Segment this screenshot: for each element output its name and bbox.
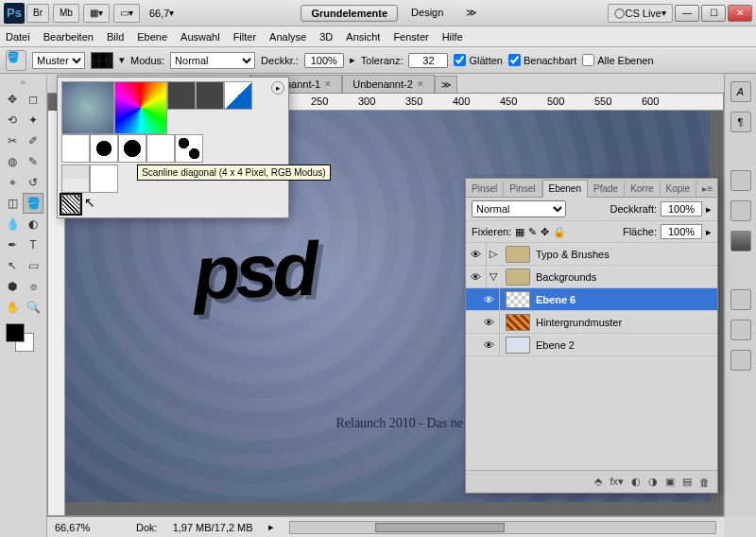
bucket-tool[interactable]: 🪣 <box>23 193 43 214</box>
marquee-tool[interactable]: ◻ <box>23 89 43 110</box>
lock-transparency-icon[interactable]: ▦ <box>515 226 524 238</box>
pattern-swatch-item[interactable] <box>167 81 196 110</box>
window-close[interactable]: ✕ <box>728 5 752 22</box>
horizontal-scrollbar[interactable] <box>289 521 716 534</box>
panel-menu-icon[interactable]: ▸≡ <box>696 181 718 197</box>
layer-mask-icon[interactable]: ◐ <box>631 476 641 488</box>
workspace-more[interactable]: ≫ <box>456 5 487 22</box>
flyout-menu-icon[interactable]: ▸ <box>271 81 284 95</box>
link-layers-icon[interactable]: ⬘ <box>594 476 602 488</box>
close-icon[interactable]: ✕ <box>324 79 332 89</box>
dock-actions-icon[interactable] <box>730 350 751 371</box>
move-tool[interactable]: ✥ <box>2 89 23 110</box>
tolerance-field[interactable] <box>408 53 448 68</box>
heal-tool[interactable]: ◍ <box>2 151 23 172</box>
layer-name[interactable]: Ebene 2 <box>536 339 575 351</box>
pattern-swatch-item[interactable] <box>61 134 90 163</box>
menu-ansicht[interactable]: Ansicht <box>346 31 380 43</box>
lock-pixels-icon[interactable]: ✎ <box>528 226 537 238</box>
pattern-swatch-item[interactable] <box>61 165 90 193</box>
menu-filter[interactable]: Filter <box>233 31 256 43</box>
dock-paragraph-icon[interactable]: ¶ <box>730 112 751 132</box>
adjustment-layer-icon[interactable]: ◑ <box>648 476 658 488</box>
brush-tool[interactable]: ✎ <box>23 151 43 172</box>
pattern-swatch-item[interactable] <box>61 81 114 134</box>
visibility-icon[interactable]: 👁 <box>479 311 500 333</box>
menu-3d[interactable]: 3D <box>319 31 333 43</box>
wand-tool[interactable]: ✦ <box>23 110 43 130</box>
dock-navigator-icon[interactable] <box>730 289 751 310</box>
pattern-swatch-item[interactable] <box>224 81 252 110</box>
pen-tool[interactable]: ✒ <box>2 234 23 255</box>
visibility-icon[interactable]: 👁 <box>479 334 500 355</box>
menu-ebene[interactable]: Ebene <box>137 31 167 43</box>
menu-datei[interactable]: Datei <box>6 31 30 43</box>
zoom-level[interactable]: 66,7 ▾ <box>144 4 180 23</box>
toolbox-collapse[interactable]: « <box>2 78 44 87</box>
layer-name[interactable]: Ebene 6 <box>536 294 576 305</box>
disclosure-icon[interactable]: ▽ <box>487 270 500 283</box>
layer-group[interactable]: 👁 ▽ Backgrounds <box>466 266 717 288</box>
fill-source-select[interactable]: Muster <box>32 52 85 69</box>
pattern-swatch-item[interactable] <box>90 134 118 163</box>
layer-fill-field[interactable] <box>661 224 702 239</box>
layer-thumb[interactable] <box>506 314 530 331</box>
bridge-button[interactable]: Br <box>26 4 49 23</box>
lock-all-icon[interactable]: 🔒 <box>553 226 566 238</box>
minibridge-button[interactable]: Mb <box>53 4 79 23</box>
new-layer-icon[interactable]: ▤ <box>682 476 692 488</box>
type-tool[interactable]: T <box>23 234 43 255</box>
window-maximize[interactable]: ☐ <box>701 5 726 22</box>
panel-tab-kopie[interactable]: Kopie <box>661 181 697 197</box>
visibility-icon[interactable]: 👁 <box>466 266 487 287</box>
blend-mode-select[interactable]: Normal <box>170 52 255 69</box>
menu-analyse[interactable]: Analyse <box>269 31 306 43</box>
layer-item[interactable]: 👁 Ebene 2 <box>466 334 717 356</box>
cslive-button[interactable]: ◯ CS Live ▾ <box>608 4 673 23</box>
layer-thumb[interactable] <box>506 337 530 354</box>
3dcam-tool[interactable]: ⌾ <box>23 276 43 297</box>
visibility-icon[interactable]: 👁 <box>479 288 500 310</box>
menu-auswahl[interactable]: Auswahl <box>180 31 220 43</box>
pattern-swatch-item[interactable] <box>90 165 118 193</box>
zoom-tool[interactable]: 🔍 <box>23 297 43 318</box>
contiguous-checkbox[interactable]: Benachbart <box>508 54 576 66</box>
delete-layer-icon[interactable]: 🗑 <box>699 476 710 488</box>
dock-type-icon[interactable]: A <box>730 81 751 102</box>
arrange-button[interactable]: ▦▾ <box>83 4 110 23</box>
doctab-overflow[interactable]: ≫ <box>435 76 457 93</box>
layer-item[interactable]: 👁 Ebene 6 <box>466 288 717 311</box>
close-icon[interactable]: ✕ <box>417 79 424 89</box>
pattern-swatch-item[interactable] <box>196 81 224 110</box>
pattern-swatch-item[interactable] <box>146 134 175 163</box>
panel-tab-pinsel2[interactable]: Pinsel <box>504 181 541 197</box>
panel-tab-pinsel[interactable]: Pinsel <box>466 181 504 197</box>
pattern-swatch-item[interactable] <box>118 134 146 163</box>
hand-tool[interactable]: ✋ <box>2 297 23 318</box>
path-tool[interactable]: ↖ <box>2 255 23 276</box>
pattern-swatch-item[interactable] <box>175 134 203 163</box>
workspace-grundelemente[interactable]: Grundelemente <box>301 5 398 22</box>
dock-styles-icon[interactable] <box>730 231 751 251</box>
dock-color-icon[interactable] <box>730 170 751 191</box>
workspace-design[interactable]: Design <box>402 5 453 22</box>
3d-tool[interactable]: ⬢ <box>2 276 23 297</box>
new-group-icon[interactable]: ▣ <box>665 476 675 488</box>
screenmode-button[interactable]: ▭▾ <box>113 4 140 23</box>
eraser-tool[interactable]: ◫ <box>2 193 23 214</box>
menu-hilfe[interactable]: Hilfe <box>442 31 463 43</box>
antialias-checkbox[interactable]: Glätten <box>454 54 502 66</box>
disclosure-icon[interactable]: ▷ <box>487 248 500 260</box>
blur-tool[interactable]: 💧 <box>2 214 23 234</box>
lasso-tool[interactable]: ⟲ <box>2 110 23 130</box>
status-zoom[interactable]: 66,67% <box>55 522 121 533</box>
layer-item[interactable]: 👁 Hintergrundmuster <box>466 311 717 334</box>
menu-bild[interactable]: Bild <box>107 31 124 43</box>
layer-name[interactable]: Hintergrundmuster <box>536 317 622 328</box>
status-doc-size[interactable]: 1,97 MB/17,2 MB <box>173 522 253 533</box>
layer-name[interactable]: Typo & Brushes <box>536 249 610 260</box>
stamp-tool[interactable]: ⌖ <box>2 172 23 193</box>
doctab-2[interactable]: Unbenannt-2✕ <box>342 75 435 93</box>
opacity-field[interactable] <box>304 53 344 68</box>
crop-tool[interactable]: ✂ <box>2 130 23 151</box>
